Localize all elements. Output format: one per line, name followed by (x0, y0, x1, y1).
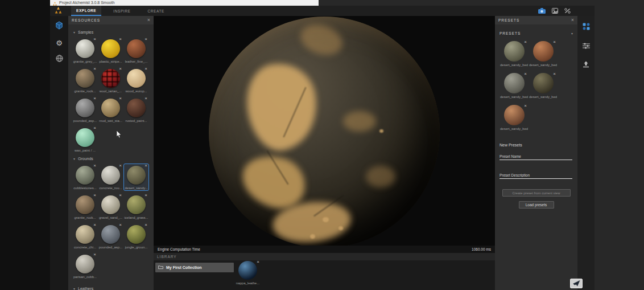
camera-icon[interactable] (538, 6, 546, 16)
sliders-icon[interactable] (583, 41, 590, 51)
material-sphere (76, 69, 94, 88)
remove-icon[interactable]: × (119, 96, 122, 101)
sand-patch (343, 111, 376, 132)
samples-grid: ×granite_grey_... ×plastic_stripe... ×le… (72, 37, 150, 153)
preset-thumbnail[interactable]: ×desert_sandy_bed... (500, 41, 528, 67)
remove-icon[interactable]: × (93, 164, 96, 168)
resources-body[interactable]: ▾ Samples ×granite_grey_... ×plastic_str… (68, 24, 154, 290)
material-thumbnail[interactable]: ×wool_tartan_... (98, 67, 123, 94)
remove-icon[interactable]: × (553, 71, 556, 76)
close-icon[interactable]: × (147, 18, 150, 23)
material-preview-sphere[interactable] (209, 17, 440, 246)
remove-icon[interactable]: × (145, 96, 147, 101)
create-preset-button[interactable]: Create preset from current view (502, 189, 571, 197)
presets-grid: ×desert_sandy_bed... ×desert_sandy_bed..… (495, 38, 577, 130)
material-thumbnail[interactable]: ×wax_paint / ... (72, 126, 98, 153)
collection-name: My First Collection (166, 266, 202, 269)
os-titlebar: Project Alchemist 3.0.8 Smooth (50, 0, 319, 6)
material-thumbnail[interactable]: ×jungle_groun... (123, 223, 149, 250)
tools-icon[interactable] (564, 6, 571, 16)
send-button[interactable] (570, 279, 583, 288)
remove-icon[interactable]: × (119, 193, 122, 198)
preset-thumbnail[interactable]: ×desert_sandy_bed... (500, 105, 528, 130)
material-thumbnail[interactable]: ×parisan_cobb... (72, 252, 98, 280)
menubar-right-icons (538, 6, 571, 16)
material-thumbnail[interactable]: ×concrete_rou... (98, 164, 123, 191)
remove-icon[interactable]: × (145, 37, 147, 42)
resources-header: RESOURCES × (68, 16, 154, 24)
remove-icon[interactable]: × (524, 39, 527, 44)
left-toolbar: ⚙ (50, 16, 68, 290)
library-material-thumbnail[interactable]: × nappa_leathe... (235, 261, 261, 285)
presets-dropdown[interactable]: PRESETS ▾ (495, 28, 577, 38)
material-thumbnail[interactable]: ×pounded_asp... (98, 223, 123, 250)
material-thumbnail[interactable]: ×leather_fine_... (123, 37, 149, 64)
remove-icon[interactable]: × (93, 67, 96, 71)
material-thumbnail[interactable]: ×rusted_paint... (123, 96, 149, 124)
tab-inspire[interactable]: INSPIRE (108, 6, 135, 16)
section-samples[interactable]: ▾ Samples (73, 30, 150, 34)
material-thumbnail[interactable]: ×plastic_stripe... (98, 37, 123, 64)
tab-explore[interactable]: EXPLORE (71, 6, 101, 16)
remove-icon[interactable]: × (119, 223, 122, 227)
material-thumbnail-selected[interactable]: ×desert_sandy... (123, 164, 149, 191)
tab-create[interactable]: CREATE (142, 6, 169, 16)
upload-icon[interactable] (583, 60, 589, 70)
remove-icon[interactable]: × (93, 252, 96, 257)
section-leathers[interactable]: ▾ Leathers (73, 287, 150, 290)
remove-icon[interactable]: × (119, 164, 122, 168)
remove-icon[interactable]: × (553, 39, 556, 44)
material-thumbnail[interactable]: ×granite_grey_... (72, 37, 98, 64)
remove-icon[interactable]: × (93, 126, 96, 130)
remove-icon[interactable]: × (93, 223, 96, 227)
remove-icon[interactable]: × (93, 37, 96, 42)
render-globe-icon[interactable] (56, 54, 63, 64)
close-icon[interactable]: × (571, 18, 574, 23)
preset-thumbnail[interactable]: ×desert_sandy_bed... (529, 41, 557, 67)
preset-thumbnail[interactable]: ×desert_sandy_bed... (500, 73, 528, 99)
remove-icon[interactable]: × (119, 37, 122, 42)
remove-icon[interactable]: × (145, 223, 147, 227)
remove-icon[interactable]: × (93, 193, 96, 198)
remove-icon[interactable]: × (257, 259, 259, 264)
chevron-down-icon: ▾ (73, 287, 75, 290)
preset-name-input[interactable] (499, 153, 572, 160)
material-thumbnail[interactable]: ×concrete_chi... (72, 223, 98, 250)
remove-icon[interactable]: × (119, 67, 122, 71)
material-sphere (127, 195, 146, 214)
remove-icon[interactable]: × (145, 67, 147, 71)
engine-statusbar: Engine Computation Time 1060.00 ms (154, 246, 495, 253)
material-thumbnail[interactable]: ×granite_rock... (72, 67, 98, 94)
paper-plane-icon (573, 279, 580, 289)
load-presets-button[interactable]: Load presets (519, 201, 554, 209)
material-thumbnail[interactable]: ×iceland_grass... (123, 193, 149, 220)
remove-icon[interactable]: × (93, 96, 96, 101)
material-thumbnail[interactable]: ×mud_wet_sta... (98, 96, 123, 124)
remove-icon[interactable]: × (524, 71, 527, 76)
material-thumbnail[interactable]: ×granite_rock... (72, 193, 98, 220)
material-sphere (504, 73, 525, 93)
remove-icon[interactable]: × (145, 164, 147, 168)
preset-description-input[interactable] (499, 171, 572, 179)
material-sphere (76, 195, 94, 214)
material-sphere (101, 99, 120, 117)
preset-thumbnail[interactable]: ×desert_sandy_bed... (529, 73, 557, 99)
material-thumbnail[interactable]: ×wood_europ... (123, 67, 149, 94)
collection-item[interactable]: My First Collection (155, 263, 234, 272)
materials-cube-icon[interactable] (55, 21, 63, 32)
crater-detail (338, 226, 343, 230)
library-header: LIBRARY (154, 253, 495, 260)
remove-icon[interactable]: × (145, 193, 147, 198)
material-sphere (76, 225, 94, 244)
presets-grid-icon[interactable] (583, 22, 590, 32)
section-grounds[interactable]: ▾ Grounds (73, 157, 150, 161)
material-thumbnail[interactable]: ×pounded_asp... (72, 96, 98, 124)
screenshot-icon[interactable] (552, 6, 558, 16)
settings-gear-icon[interactable]: ⚙ (56, 39, 63, 47)
material-sphere (238, 261, 257, 280)
material-thumbnail[interactable]: ×cobblestones... (72, 164, 98, 191)
engine-time-value: 1060.00 ms (472, 247, 491, 251)
material-thumbnail[interactable]: ×gravel_sand_... (98, 193, 123, 220)
render-viewport[interactable] (154, 16, 495, 246)
remove-icon[interactable]: × (524, 103, 527, 108)
